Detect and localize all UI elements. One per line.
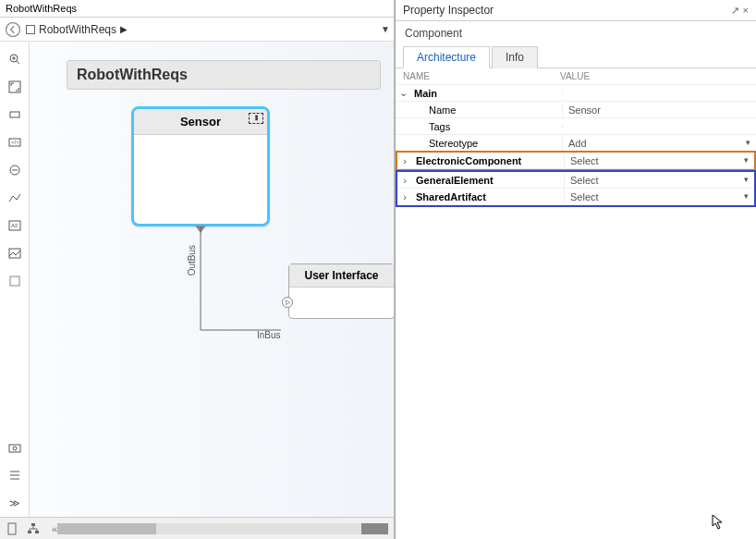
prop-stereotype-label: Stereotype	[410, 136, 562, 151]
electronic-label: ElectronicComponent	[412, 153, 564, 168]
property-inspector: Property Inspector ↗ × Component Archite…	[395, 0, 756, 539]
nav-back-icon[interactable]	[4, 20, 22, 39]
breadcrumb[interactable]: RobotWithReqs ▶	[26, 23, 128, 36]
stereotype-icon: ⦀	[249, 113, 263, 124]
list-tool-icon[interactable]	[4, 464, 26, 486]
inspector-header: Property Inspector ↗ ×	[396, 0, 756, 21]
diagram-canvas[interactable]: RobotWithReqs Sensor ⦀ OutBus User Inter…	[30, 42, 394, 517]
svg-rect-22	[28, 531, 31, 533]
highlight-general-shared: › GeneralElement Select › SharedArtifact…	[396, 170, 756, 207]
model-title: RobotWithReqs	[67, 60, 381, 90]
svg-rect-21	[31, 523, 35, 526]
fit-view-icon[interactable]	[4, 76, 26, 98]
svg-rect-13	[9, 249, 20, 258]
property-columns: NAME VALUE	[396, 68, 756, 85]
svg-rect-5	[9, 81, 20, 92]
tool-palette: </> A≡ ≫	[0, 42, 30, 517]
prop-name-label: Name	[410, 103, 562, 117]
col-value: VALUE	[560, 71, 590, 81]
status-bar: «	[0, 517, 394, 539]
group-shared-artifact[interactable]: › SharedArtifact Select	[397, 189, 754, 205]
outbus-label: OutBus	[187, 245, 197, 276]
prop-tags-value[interactable]	[562, 125, 756, 129]
prop-stereotype-value[interactable]: Add	[562, 136, 756, 151]
svg-point-0	[6, 22, 20, 36]
prop-tags: Tags	[396, 118, 756, 135]
sensor-label: Sensor	[180, 115, 221, 129]
signal-tool-icon[interactable]	[4, 159, 26, 181]
prop-stereotype: Stereotype Add	[396, 135, 756, 152]
close-icon[interactable]: ×	[743, 5, 749, 17]
chevron-right-icon[interactable]: ›	[397, 191, 412, 202]
canvas-wrap: </> A≡ ≫ RobotWithReqs Sensor ⦀ OutBus	[0, 42, 394, 517]
camera-tool-icon[interactable]	[4, 436, 26, 459]
inspector-tabs: Architecture Info	[396, 45, 756, 68]
file-tab-label: RobotWithReqs	[6, 3, 77, 14]
zoom-tool-icon[interactable]	[4, 48, 26, 70]
group-general-element[interactable]: › GeneralElement Select	[397, 172, 754, 189]
user-interface-component[interactable]: User Interface ▷	[288, 263, 394, 319]
svg-rect-14	[10, 276, 19, 286]
editor-panel: RobotWithReqs RobotWithReqs ▶ ▼ </> A≡	[0, 0, 395, 539]
svg-rect-6	[10, 112, 19, 117]
undock-icon[interactable]: ↗	[731, 5, 739, 17]
inbus-label: InBus	[257, 330, 281, 340]
chevron-right-icon[interactable]: ›	[397, 175, 412, 186]
general-value[interactable]: Select	[564, 173, 754, 188]
model-icon	[26, 25, 35, 34]
svg-point-16	[13, 447, 17, 450]
general-label: GeneralElement	[412, 173, 564, 188]
connection-line	[201, 227, 288, 333]
file-tab[interactable]: RobotWithReqs	[0, 0, 394, 18]
user-interface-label: User Interface	[289, 264, 394, 288]
sensor-header: Sensor ⦀	[134, 109, 267, 135]
svg-line-2	[17, 61, 19, 64]
chevron-right-icon: ▶	[120, 24, 128, 34]
tab-info[interactable]: Info	[492, 46, 538, 68]
tab-architecture[interactable]: Architecture	[403, 46, 490, 68]
hierarchy-icon[interactable]	[26, 521, 41, 536]
group-main-label: Main	[410, 86, 562, 101]
col-name: NAME	[403, 71, 560, 81]
group-main[interactable]: ⌄ Main	[396, 85, 756, 102]
svg-rect-23	[35, 531, 39, 533]
svg-text:</>: </>	[11, 140, 19, 145]
electronic-value[interactable]: Select	[564, 153, 754, 168]
component-type-label: Component	[396, 21, 756, 45]
scrollbar-thumb[interactable]	[57, 523, 156, 534]
prop-name: Name Sensor	[396, 102, 756, 118]
more-tool-icon[interactable]: ≫	[4, 492, 26, 514]
group-electronic-component[interactable]: › ElectronicComponent Select	[397, 153, 754, 169]
horizontal-scrollbar[interactable]	[57, 523, 388, 534]
highlight-electronic: › ElectronicComponent Select	[396, 151, 756, 171]
prop-tags-label: Tags	[410, 119, 562, 134]
annotation-tool-icon[interactable]: A≡	[4, 214, 26, 237]
shared-label: SharedArtifact	[412, 190, 564, 204]
property-list: NAME VALUE ⌄ Main Name Sensor Tags Stere…	[396, 68, 756, 539]
breadcrumb-label: RobotWithReqs	[39, 23, 116, 36]
chevron-down-icon[interactable]: ⌄	[396, 87, 410, 99]
cursor-icon	[712, 514, 725, 531]
markup-tool-icon[interactable]: </>	[4, 131, 26, 153]
breadcrumb-toolbar: RobotWithReqs ▶ ▼	[0, 18, 394, 42]
breadcrumb-dropdown-icon[interactable]: ▼	[381, 24, 390, 34]
box-tool-icon[interactable]	[4, 270, 26, 292]
prop-name-value[interactable]: Sensor	[562, 103, 756, 117]
inbus-port[interactable]: ▷	[282, 297, 293, 308]
image-tool-icon[interactable]	[4, 242, 26, 264]
sensor-component[interactable]: Sensor ⦀	[131, 106, 270, 227]
area-tool-icon[interactable]	[4, 104, 26, 126]
page-icon[interactable]	[6, 521, 20, 536]
inspector-title: Property Inspector	[403, 4, 494, 17]
shared-value[interactable]: Select	[564, 190, 754, 204]
svg-rect-15	[9, 445, 20, 452]
svg-rect-20	[8, 523, 16, 534]
chart-tool-icon[interactable]	[4, 187, 26, 209]
scrollbar-thumb-right[interactable]	[361, 523, 388, 534]
svg-text:A≡: A≡	[11, 223, 18, 228]
chevron-right-icon[interactable]: ›	[397, 155, 412, 166]
